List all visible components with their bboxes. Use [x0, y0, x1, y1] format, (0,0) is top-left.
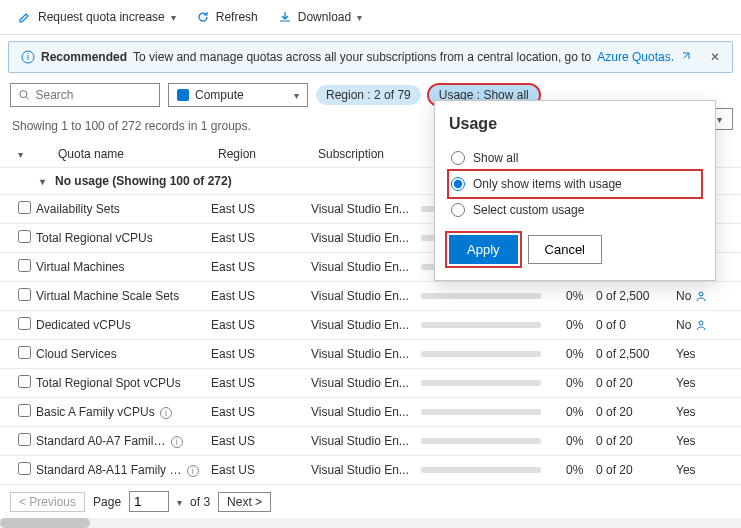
table-row[interactable]: Cloud Services East USVisual Studio En..…: [0, 340, 741, 369]
pencil-icon: [18, 10, 32, 24]
adjustable-cell: No: [676, 289, 716, 303]
popup-title: Usage: [449, 115, 701, 133]
person-icon[interactable]: [695, 290, 707, 302]
row-checkbox[interactable]: [18, 230, 31, 243]
refresh-button[interactable]: Refresh: [188, 6, 266, 28]
row-checkbox[interactable]: [18, 404, 31, 417]
quota-region: East US: [211, 463, 311, 477]
download-label: Download: [298, 10, 351, 24]
adjustable-cell: Yes: [676, 376, 716, 390]
quota-name: Availability Sets: [36, 202, 211, 216]
quota-subscription: Visual Studio En...: [311, 347, 421, 361]
region-filter-pill[interactable]: Region : 2 of 79: [316, 85, 421, 105]
chevron-down-icon: [294, 88, 299, 102]
option-show-all[interactable]: Show all: [449, 145, 701, 171]
external-icon: [680, 52, 690, 62]
quota-value: 0 of 2,500: [596, 289, 676, 303]
quota-name: Cloud Services: [36, 347, 211, 361]
radio-custom-usage[interactable]: [451, 203, 465, 217]
apply-button[interactable]: Apply: [449, 235, 518, 264]
quota-region: East US: [211, 405, 311, 419]
quota-name: Standard A8-A11 Family … i: [36, 463, 211, 477]
row-checkbox[interactable]: [18, 462, 31, 475]
row-checkbox[interactable]: [18, 375, 31, 388]
row-checkbox[interactable]: [18, 201, 31, 214]
prev-page-button[interactable]: < Previous: [10, 492, 85, 512]
page-input[interactable]: [129, 491, 169, 512]
region-filter-label: Region : 2 of 79: [326, 88, 411, 102]
search-input-wrapper[interactable]: [10, 83, 160, 107]
quota-region: East US: [211, 376, 311, 390]
quota-subscription: Visual Studio En...: [311, 260, 421, 274]
row-checkbox[interactable]: [18, 317, 31, 330]
table-row[interactable]: Virtual Machine Scale Sets East USVisual…: [0, 282, 741, 311]
horizontal-scrollbar[interactable]: [0, 518, 741, 528]
col-quota-name[interactable]: Quota name: [58, 147, 218, 161]
svg-point-2: [20, 91, 27, 98]
option-show-all-label: Show all: [473, 151, 518, 165]
refresh-icon: [196, 10, 210, 24]
row-checkbox[interactable]: [18, 346, 31, 359]
quota-name: Total Regional Spot vCPUs: [36, 376, 211, 390]
quota-subscription: Visual Studio En...: [311, 463, 421, 477]
info-icon[interactable]: i: [171, 436, 183, 448]
usage-bar: [421, 467, 541, 473]
quota-region: East US: [211, 202, 311, 216]
usage-bar: [421, 293, 541, 299]
banner-label: Recommended: [41, 50, 127, 64]
info-icon[interactable]: i: [160, 407, 172, 419]
info-icon[interactable]: i: [187, 465, 199, 477]
svg-text:i: i: [27, 52, 29, 62]
page-label: Page: [93, 495, 121, 509]
row-checkbox[interactable]: [18, 288, 31, 301]
close-banner-button[interactable]: ✕: [710, 50, 720, 64]
quota-value: 0 of 0: [596, 318, 676, 332]
table-row[interactable]: Standard A0-A7 Famil… iEast USVisual Stu…: [0, 427, 741, 456]
search-input[interactable]: [36, 88, 152, 102]
adjustable-cell: Yes: [676, 434, 716, 448]
quota-name: Total Regional vCPUs: [36, 231, 211, 245]
service-label: Compute: [195, 88, 244, 102]
cancel-button[interactable]: Cancel: [528, 235, 602, 264]
usage-bar: [421, 409, 541, 415]
option-with-usage[interactable]: Only show items with usage: [449, 171, 701, 197]
col-subscription[interactable]: Subscription: [318, 147, 428, 161]
recommendation-banner: i Recommended To view and manage quotas …: [8, 41, 733, 73]
usage-bar: [421, 438, 541, 444]
next-page-button[interactable]: Next >: [218, 492, 271, 512]
search-icon: [19, 89, 30, 101]
usage-bar: [421, 322, 541, 328]
usage-bar: [421, 380, 541, 386]
banner-text: To view and manage quotas across all you…: [133, 50, 591, 64]
download-button[interactable]: Download: [270, 6, 370, 28]
usage-percent: 0%: [566, 347, 596, 361]
radio-show-all[interactable]: [451, 151, 465, 165]
table-row[interactable]: Standard A8-A11 Family … iEast USVisual …: [0, 456, 741, 485]
quota-name: Dedicated vCPUs: [36, 318, 211, 332]
radio-with-usage[interactable]: [451, 177, 465, 191]
person-icon[interactable]: [695, 319, 707, 331]
quota-region: East US: [211, 231, 311, 245]
option-custom-usage[interactable]: Select custom usage: [449, 197, 701, 223]
scrollbar-thumb[interactable]: [0, 518, 90, 528]
chevron-down-icon: [717, 112, 722, 126]
info-icon: i: [21, 50, 35, 64]
row-checkbox[interactable]: [18, 259, 31, 272]
chevron-down-icon[interactable]: [177, 495, 182, 509]
table-row[interactable]: Basic A Family vCPUs iEast USVisual Stud…: [0, 398, 741, 427]
request-quota-button[interactable]: Request quota increase: [10, 6, 184, 28]
expand-all-icon[interactable]: [18, 147, 23, 161]
chevron-down-icon: [357, 10, 362, 24]
col-region[interactable]: Region: [218, 147, 318, 161]
adjustable-cell: No: [676, 318, 716, 332]
row-checkbox[interactable]: [18, 433, 31, 446]
table-row[interactable]: Total Regional Spot vCPUs East USVisual …: [0, 369, 741, 398]
table-row[interactable]: Dedicated vCPUs East USVisual Studio En.…: [0, 311, 741, 340]
download-icon: [278, 10, 292, 24]
request-quota-label: Request quota increase: [38, 10, 165, 24]
svg-point-4: [699, 292, 703, 296]
option-custom-usage-label: Select custom usage: [473, 203, 584, 217]
service-select[interactable]: Compute: [168, 83, 308, 107]
azure-quotas-link[interactable]: Azure Quotas.: [597, 50, 674, 64]
page-of-label: of 3: [190, 495, 210, 509]
